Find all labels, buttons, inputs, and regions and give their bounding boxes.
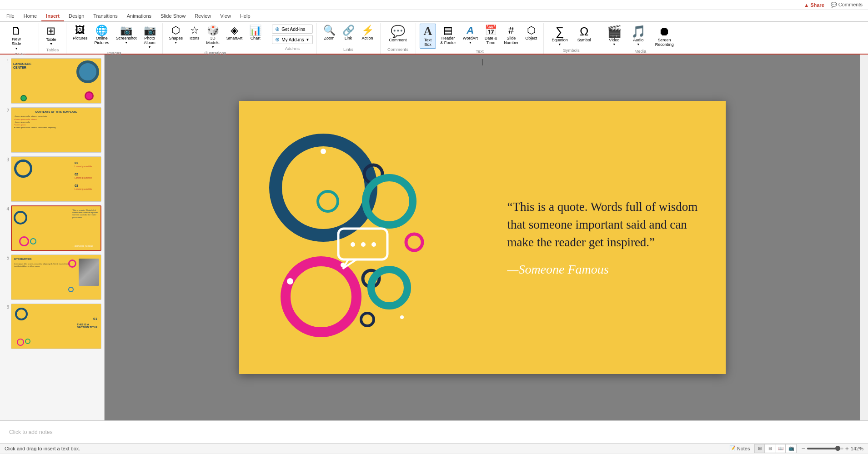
- svg-point-16: [371, 242, 376, 247]
- tab-slideshow[interactable]: Slide Show: [156, 11, 190, 21]
- tab-view[interactable]: View: [216, 11, 236, 21]
- slide-item-4[interactable]: 4 "This is a quote. Words full of wisdom…: [2, 204, 102, 253]
- table-button[interactable]: ⊞ Table ▼: [43, 24, 60, 47]
- icons-button[interactable]: ☆ Icons: [187, 24, 202, 42]
- svg-point-7: [371, 269, 407, 306]
- date-time-button[interactable]: 📅 Date &Time: [482, 24, 500, 47]
- slide-canvas[interactable]: “This is a quote. Words full of wisdom t…: [239, 101, 726, 374]
- symbol-label: Symbol: [577, 38, 591, 42]
- symbol-button[interactable]: Ω Symbol: [573, 24, 595, 44]
- ribbon-group-illustrations: ⬡ Shapes ▼ ☆ Icons 🎲 3DModels ▼ ◈ SmartA…: [163, 23, 269, 54]
- notes-placeholder: Click to add notes: [9, 429, 52, 435]
- addins-group-label: Add-ins: [272, 46, 312, 52]
- notes-area[interactable]: Click to add notes: [0, 420, 868, 443]
- shapes-button[interactable]: ⬡ Shapes ▼: [166, 24, 186, 46]
- zoom-slider-track[interactable]: [807, 448, 843, 449]
- reading-view-button[interactable]: 📖: [776, 444, 786, 453]
- slide-item-3[interactable]: 3 01Lorem ipsum title 02Lorem ipsum titl…: [2, 155, 102, 204]
- normal-view-button[interactable]: ⊞: [755, 444, 765, 453]
- presenter-view-button[interactable]: 📺: [786, 444, 796, 453]
- svg-point-12: [400, 315, 404, 319]
- zoom-level-display[interactable]: 142%: [851, 446, 863, 451]
- pictures-button[interactable]: 🖼 Pictures: [70, 24, 90, 42]
- symbols-group-label: Symbols: [547, 48, 595, 54]
- comment-button[interactable]: 💬 Comment: [384, 24, 412, 44]
- get-addins-button[interactable]: ⊕ Get Add-ins: [272, 25, 312, 34]
- slide-item-6[interactable]: 6 01 THIS IS ASECTION TITLE: [2, 302, 102, 351]
- quote-author: —Someone Famous: [507, 262, 703, 277]
- object-button[interactable]: ⬡ Object: [522, 24, 540, 42]
- equation-arrow: ▼: [558, 43, 562, 46]
- audio-label: Audio: [633, 38, 643, 42]
- my-addins-button[interactable]: ⊕ My Add-ins ▼: [272, 35, 312, 44]
- chart-button[interactable]: 📊 Chart: [246, 24, 264, 42]
- textbox-button[interactable]: A TextBox: [420, 24, 437, 49]
- svg-point-14: [351, 242, 355, 247]
- zoom-button[interactable]: 🔍 Zoom: [321, 24, 338, 42]
- my-addins-arrow: ▼: [306, 38, 310, 42]
- tab-animations[interactable]: Animations: [122, 11, 156, 21]
- new-slide-arrow: ▼: [15, 47, 18, 50]
- share-button[interactable]: ▲ Share: [804, 2, 824, 8]
- link-icon: 🔗: [342, 25, 355, 35]
- slide-number-button[interactable]: # SlideNumber: [501, 24, 521, 47]
- svg-point-0: [276, 140, 371, 235]
- tab-help[interactable]: Help: [236, 11, 255, 21]
- equation-button[interactable]: ∑ Equation ▼: [547, 24, 572, 48]
- links-group-label: Links: [321, 47, 376, 53]
- online-pictures-button[interactable]: 🌐 OnlinePictures: [92, 24, 112, 47]
- svg-point-10: [287, 278, 293, 284]
- slide-item-1[interactable]: 1 LANGUAGECENTER: [2, 56, 102, 105]
- text-group-label: Text: [420, 49, 540, 55]
- title-bar: ▲ Share 💬 Comments: [0, 0, 868, 10]
- notes-icon: 📝: [729, 445, 736, 451]
- tab-insert[interactable]: Insert: [41, 11, 64, 21]
- cursor-indicator: [482, 59, 482, 65]
- wordart-button[interactable]: A WordArt ▼: [460, 24, 481, 46]
- video-label: Video: [609, 38, 619, 42]
- ribbon-group-text: A TextBox ▤ Header& Footer A WordArt ▼ 📅…: [416, 23, 544, 54]
- tab-home[interactable]: Home: [19, 11, 41, 21]
- action-button[interactable]: ⚡ Action: [359, 24, 376, 42]
- notes-button[interactable]: 📝 Notes: [729, 445, 750, 451]
- object-icon: ⬡: [527, 25, 536, 35]
- 3d-models-button[interactable]: 🎲 3DModels ▼: [204, 24, 222, 50]
- slide-item-5[interactable]: 5 INTRODUCTION Lorem ipsum dolor sit ame…: [2, 253, 102, 302]
- photo-album-button[interactable]: 📷 PhotoAlbum ▼: [141, 24, 159, 50]
- zoom-label: Zoom: [324, 36, 335, 40]
- zoom-plus-button[interactable]: +: [845, 445, 849, 452]
- action-label: Action: [362, 36, 373, 40]
- tab-file[interactable]: File: [2, 11, 19, 21]
- video-button[interactable]: 🎬 Video ▼: [603, 24, 626, 48]
- tab-design[interactable]: Design: [64, 11, 89, 21]
- comments-button[interactable]: 💬 Comments: [831, 2, 863, 8]
- status-right: 📝 Notes ⊞ ⊟ 📖 📺 − + 142%: [729, 444, 863, 453]
- wordart-label: WordArt: [463, 36, 478, 40]
- equation-icon: ∑: [556, 25, 564, 37]
- link-button[interactable]: 🔗 Link: [340, 24, 357, 42]
- slide-thumb-4: "This is a quote. Words full of wisdom t…: [11, 205, 101, 251]
- tab-transitions[interactable]: Transitions: [89, 11, 122, 21]
- tab-review[interactable]: Review: [190, 11, 216, 21]
- slide-sorter-button[interactable]: ⊟: [765, 444, 775, 453]
- zoom-minus-button[interactable]: −: [801, 445, 805, 452]
- smartart-button[interactable]: ◈ SmartArt: [224, 24, 246, 42]
- action-icon: ⚡: [361, 25, 374, 35]
- media-group-label: Media: [603, 49, 678, 55]
- audio-button[interactable]: 🎵 Audio ▼: [627, 24, 650, 48]
- video-icon: 🎬: [607, 25, 622, 37]
- new-slide-button[interactable]: 🗋 NewSlide ▼: [6, 24, 26, 52]
- zoom-slider-thumb[interactable]: [835, 446, 840, 451]
- screen-recording-button[interactable]: ⏺ ScreenRecording: [651, 24, 678, 49]
- wordart-icon: A: [467, 25, 474, 35]
- equation-label: Equation: [552, 38, 568, 42]
- svg-point-2: [321, 149, 326, 154]
- header-footer-button[interactable]: ▤ Header& Footer: [437, 24, 459, 47]
- new-slide-label: NewSlide: [11, 37, 21, 46]
- textbox-icon: A: [424, 25, 432, 37]
- wordart-arrow: ▼: [469, 41, 472, 44]
- screenshot-button[interactable]: 📷 Screenshot ▼: [113, 24, 140, 46]
- svg-point-9: [406, 234, 422, 250]
- slide-item-2[interactable]: 2 CONTENTS OF THIS TEMPLATE ▪ Lorem ipsu…: [2, 105, 102, 155]
- canvas-area[interactable]: “This is a quote. Words full of wisdom t…: [105, 55, 860, 420]
